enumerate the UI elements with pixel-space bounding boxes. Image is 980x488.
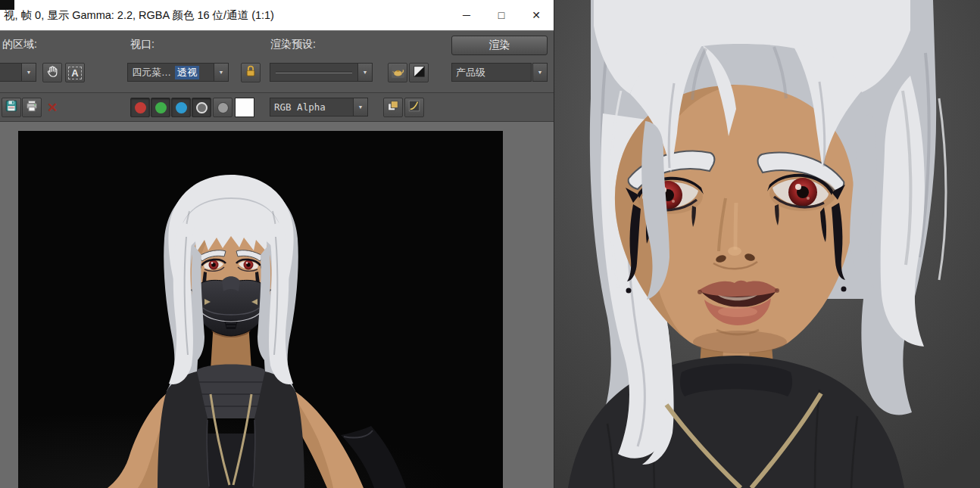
floppy-icon: [5, 99, 18, 116]
exposure-control-button[interactable]: [409, 63, 429, 82]
titlebar-buttons: ─ □ ✕: [449, 0, 554, 30]
background-color-swatch[interactable]: [235, 98, 254, 117]
viewport-character: [554, 0, 980, 488]
window-icon: [0, 0, 14, 10]
red-channel-icon: [135, 102, 146, 113]
auto-region-icon: A: [68, 67, 81, 79]
frame-buffer-area: [0, 122, 554, 488]
save-image-button[interactable]: [2, 98, 21, 117]
gamma-curve-icon: [407, 99, 421, 116]
render-button[interactable]: 渲染: [451, 36, 548, 55]
viewport-selected-value: 透视: [175, 66, 199, 79]
image-toolbar: ✕ RGB Alpha ▼: [0, 92, 554, 122]
color-correction-button[interactable]: [383, 98, 403, 117]
red-channel-button[interactable]: [130, 98, 150, 117]
viewport-lock-button[interactable]: [241, 63, 261, 82]
perspective-viewport[interactable]: [554, 0, 980, 488]
close-icon: ✕: [532, 9, 541, 21]
blue-channel-icon: [176, 102, 187, 113]
window-title: 视, 帧 0, 显示 Gamma: 2.2, RGBA 颜色 16 位/通道 (…: [4, 8, 274, 23]
viewport-label: 视口:: [130, 38, 154, 51]
alpha-channel-button[interactable]: [192, 98, 211, 117]
preset-empty-line: [276, 71, 352, 73]
dropdown-arrow-icon: ▼: [538, 70, 543, 75]
rendered-image[interactable]: [18, 131, 503, 488]
titlebar[interactable]: 视, 帧 0, 显示 Gamma: 2.2, RGBA 颜色 16 位/通道 (…: [0, 0, 554, 30]
monochrome-icon: [217, 102, 229, 113]
printer-icon: [25, 99, 39, 116]
render-preset-dropdown[interactable]: ▼: [270, 63, 373, 82]
render-preset-label: 渲染预设:: [270, 38, 316, 51]
render-controls-toolbar: 的区域: 视口: 渲染预设: ▼ A 四元菜… 透视 ▼: [0, 30, 554, 92]
clear-image-button[interactable]: ✕: [42, 98, 62, 117]
contrast-icon: [413, 65, 426, 81]
teapot-icon: [391, 64, 405, 82]
dropdown-arrow-icon[interactable]: ▼: [21, 64, 36, 81]
render-area-dropdown[interactable]: ▼: [0, 63, 36, 82]
render-area-label: 的区域:: [2, 38, 37, 51]
render-mode-value: 产品级: [452, 66, 489, 79]
maximize-button[interactable]: □: [484, 0, 519, 30]
lock-icon: [244, 64, 257, 81]
alpha-channel-icon: [196, 102, 208, 113]
rendered-character: [18, 131, 503, 488]
minimize-icon: ─: [463, 9, 470, 21]
layers-icon: [386, 99, 400, 116]
auto-region-button[interactable]: A: [65, 63, 85, 82]
gamma-adjust-button[interactable]: [404, 98, 424, 117]
viewport-value: 四元菜…: [128, 66, 175, 79]
dropdown-arrow-icon[interactable]: ▼: [214, 64, 228, 81]
green-channel-button[interactable]: [151, 98, 170, 117]
minimize-button[interactable]: ─: [449, 0, 484, 30]
blue-channel-button[interactable]: [171, 98, 191, 117]
dropdown-arrow-icon[interactable]: ▼: [353, 98, 367, 116]
render-mode-arrow-button[interactable]: ▼: [532, 63, 548, 82]
dropdown-arrow-icon[interactable]: ▼: [357, 64, 372, 81]
render-frame-window: 视, 帧 0, 显示 Gamma: 2.2, RGBA 颜色 16 位/通道 (…: [0, 0, 554, 488]
print-image-button[interactable]: [22, 98, 42, 117]
green-channel-icon: [155, 102, 167, 113]
pan-button[interactable]: [42, 63, 62, 82]
close-button[interactable]: ✕: [519, 0, 554, 30]
hand-icon: [45, 64, 60, 82]
maximize-icon: □: [498, 9, 504, 21]
clear-x-icon: ✕: [47, 101, 58, 114]
render-setup-button[interactable]: [388, 63, 407, 82]
monochrome-button[interactable]: [213, 98, 233, 117]
viewport-dropdown[interactable]: 四元菜… 透视 ▼: [127, 63, 229, 82]
render-mode-dropdown[interactable]: 产品级: [451, 63, 532, 82]
channel-display-dropdown[interactable]: RGB Alpha ▼: [270, 98, 368, 117]
channel-display-value: RGB Alpha: [270, 101, 329, 113]
